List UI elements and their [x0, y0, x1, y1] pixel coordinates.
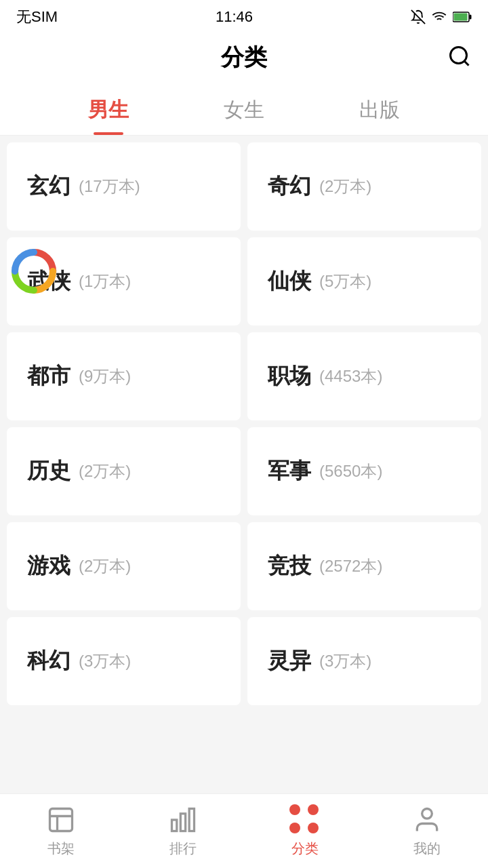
nav-label-mine: 我的	[413, 840, 441, 858]
battery-icon	[453, 11, 472, 23]
ranking-icon	[167, 804, 199, 835]
category-name: 军事	[268, 456, 311, 486]
category-name: 都市	[27, 361, 70, 391]
search-button[interactable]	[447, 44, 472, 71]
category-cell-7[interactable]: 军事 (5650本)	[247, 427, 481, 515]
category-count: (2万本)	[319, 176, 371, 197]
category-name: 竞技	[268, 551, 311, 581]
category-count: (9万本)	[79, 366, 131, 387]
category-cell-3[interactable]: 仙侠 (5万本)	[247, 237, 481, 326]
category-cell-1[interactable]: 奇幻 (2万本)	[247, 142, 481, 231]
category-count: (3万本)	[319, 650, 371, 672]
status-bar: 无SIM 11:46	[0, 0, 488, 34]
category-name: 奇幻	[268, 172, 311, 201]
carrier-label: 无SIM	[16, 7, 58, 27]
category-cell-5[interactable]: 职场 (4453本)	[247, 332, 481, 420]
category-name: 科幻	[27, 646, 70, 676]
wifi-icon	[431, 9, 447, 24]
nav-item-category[interactable]: 分类	[244, 794, 366, 868]
category-count: (2572本)	[319, 555, 382, 577]
category-cell-8[interactable]: 游戏 (2万本)	[7, 522, 241, 610]
category-count: (1万本)	[79, 271, 131, 292]
tab-male[interactable]: 男生	[41, 81, 176, 135]
nav-label-category: 分类	[291, 840, 319, 858]
category-count: (2万本)	[79, 460, 131, 482]
category-icon	[289, 804, 321, 835]
category-count: (4453本)	[319, 366, 382, 387]
tab-female[interactable]: 女生	[176, 81, 312, 135]
nav-label-bookshelf: 书架	[47, 840, 75, 858]
svg-rect-8	[50, 809, 73, 831]
category-count: (17万本)	[79, 176, 140, 197]
page-title: 分类	[221, 42, 267, 73]
category-name: 仙侠	[268, 267, 311, 296]
svg-rect-4	[454, 14, 468, 21]
svg-rect-10	[180, 814, 185, 831]
tab-publish[interactable]: 出版	[312, 81, 447, 135]
bookshelf-icon	[45, 804, 77, 835]
nav-item-bookshelf[interactable]: 书架	[0, 794, 122, 868]
status-icons	[411, 9, 472, 24]
category-count: (5650本)	[319, 460, 382, 482]
category-count: (2万本)	[79, 555, 131, 577]
category-grid: 玄幻 (17万本) 奇幻 (2万本) 武侠 (1万本) 仙侠 (5万本) 都市 …	[0, 136, 488, 712]
category-cell-0[interactable]: 玄幻 (17万本)	[7, 142, 241, 231]
content-area: 玄幻 (17万本) 奇幻 (2万本) 武侠 (1万本) 仙侠 (5万本) 都市 …	[0, 136, 488, 787]
category-cell-11[interactable]: 灵异 (3万本)	[247, 617, 481, 705]
bottom-nav: 书架 排行 分类	[0, 793, 488, 868]
nav-label-ranking: 排行	[169, 840, 197, 858]
svg-line-0	[411, 10, 425, 24]
bell-mute-icon	[411, 9, 426, 24]
svg-rect-9	[172, 820, 177, 831]
category-name: 职场	[268, 361, 311, 391]
svg-rect-11	[189, 809, 194, 831]
search-icon	[447, 44, 472, 68]
category-count: (3万本)	[79, 650, 131, 672]
loading-indicator	[0, 237, 68, 305]
svg-point-5	[451, 47, 467, 64]
svg-rect-3	[470, 15, 472, 20]
svg-point-12	[422, 809, 432, 819]
category-name: 灵异	[268, 646, 311, 676]
category-cell-9[interactable]: 竞技 (2572本)	[247, 522, 481, 610]
time-label: 11:46	[216, 8, 253, 26]
nav-item-ranking[interactable]: 排行	[122, 794, 244, 868]
category-cell-4[interactable]: 都市 (9万本)	[7, 332, 241, 420]
header: 分类	[0, 34, 488, 81]
category-count: (5万本)	[319, 271, 371, 292]
nav-item-mine[interactable]: 我的	[366, 794, 488, 868]
category-name: 游戏	[27, 551, 70, 581]
svg-line-6	[464, 61, 469, 66]
category-name: 玄幻	[27, 172, 70, 201]
mine-icon	[411, 804, 443, 835]
category-tabs: 男生 女生 出版	[0, 81, 488, 136]
category-cell-10[interactable]: 科幻 (3万本)	[7, 617, 241, 705]
category-name: 历史	[27, 456, 70, 486]
category-cell-6[interactable]: 历史 (2万本)	[7, 427, 241, 515]
